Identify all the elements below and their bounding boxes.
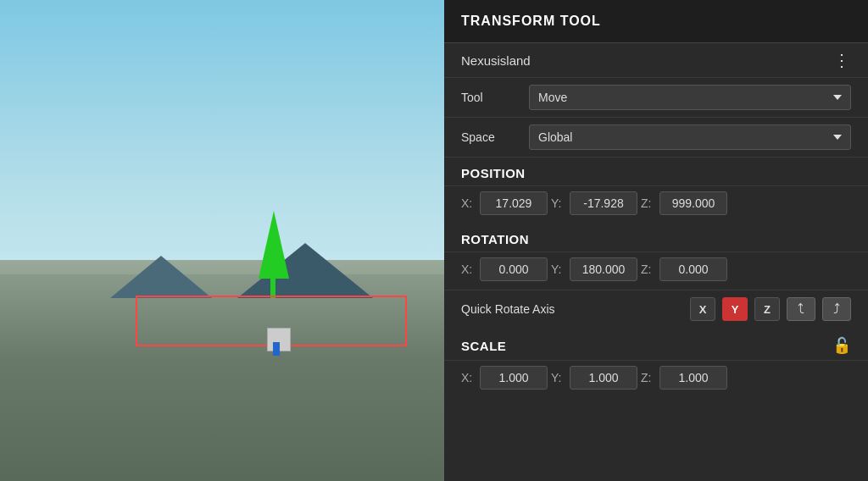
panel-header: TRANSFORM TOOL bbox=[444, 0, 868, 43]
object-row: Nexusisland ⋮ bbox=[444, 43, 868, 78]
axis-z-button[interactable]: Z bbox=[754, 297, 780, 321]
position-x-label: X: bbox=[461, 196, 476, 210]
more-options-button[interactable]: ⋮ bbox=[833, 52, 851, 69]
mountain-left bbox=[110, 256, 212, 298]
scale-header: SCALE bbox=[461, 339, 506, 353]
scale-header-row: SCALE 🔓 bbox=[444, 328, 868, 360]
axis-y-button[interactable]: Y bbox=[722, 297, 748, 321]
arrow-stem bbox=[270, 247, 275, 298]
object-name: Nexusisland bbox=[461, 53, 531, 68]
rotation-x-input[interactable]: 0.000 bbox=[480, 257, 548, 281]
rotation-x-label: X: bbox=[461, 263, 476, 276]
position-header: POSITION bbox=[444, 158, 868, 185]
scale-z-input[interactable]: 1.000 bbox=[659, 366, 727, 390]
quick-rotate-row: Quick Rotate Axis X Y Z ⤴ ⤴ bbox=[444, 290, 868, 328]
rotation-z-label: Z: bbox=[641, 263, 656, 276]
quick-rotate-label: Quick Rotate Axis bbox=[461, 302, 683, 316]
space-value: Global bbox=[538, 130, 572, 144]
position-z-input[interactable]: 999.000 bbox=[659, 191, 727, 215]
chevron-down-icon bbox=[833, 95, 842, 100]
mountain-right bbox=[237, 243, 373, 298]
rotate-ccw-icon: ⤴ bbox=[798, 301, 804, 317]
tool-dropdown[interactable]: Move bbox=[529, 85, 851, 110]
position-z-label: Z: bbox=[641, 196, 656, 210]
scale-z-label: Z: bbox=[641, 371, 656, 384]
panel-title: TRANSFORM TOOL bbox=[461, 14, 601, 28]
scale-y-input[interactable]: 1.000 bbox=[570, 366, 637, 390]
space-label: Space bbox=[461, 130, 529, 144]
sky-background bbox=[0, 0, 444, 289]
space-row: Space Global bbox=[444, 118, 868, 158]
lock-icon[interactable]: 🔓 bbox=[832, 336, 851, 355]
tool-value: Move bbox=[538, 91, 567, 104]
position-coords-row: X: 17.029 Y: -17.928 Z: 999.000 bbox=[444, 186, 868, 224]
space-dropdown[interactable]: Global bbox=[529, 124, 851, 150]
position-y-label: Y: bbox=[551, 196, 566, 210]
rotate-cw-button[interactable]: ⤴ bbox=[822, 297, 851, 321]
chevron-down-icon bbox=[833, 135, 842, 140]
rotation-coords-row: X: 0.000 Y: 180.000 Z: 0.000 bbox=[444, 252, 868, 290]
object-highlight bbox=[273, 342, 280, 356]
rotation-header: ROTATION bbox=[444, 224, 868, 252]
scale-coords-row: X: 1.000 Y: 1.000 Z: 1.000 bbox=[444, 361, 868, 398]
transform-panel: TRANSFORM TOOL Nexusisland ⋮ Tool Move S… bbox=[444, 0, 868, 481]
axis-x-button[interactable]: X bbox=[690, 297, 715, 321]
rotate-ccw-button[interactable]: ⤴ bbox=[787, 297, 815, 321]
position-y-input[interactable]: -17.928 bbox=[570, 191, 637, 215]
tool-label: Tool bbox=[461, 91, 529, 104]
rotate-cw-icon: ⤴ bbox=[833, 301, 840, 317]
position-x-input[interactable]: 17.029 bbox=[480, 191, 548, 215]
rotation-y-input[interactable]: 180.000 bbox=[570, 257, 637, 281]
scale-y-label: Y: bbox=[551, 371, 566, 384]
tool-row: Tool Move bbox=[444, 78, 868, 118]
scale-x-input[interactable]: 1.000 bbox=[480, 366, 548, 390]
rotation-z-input[interactable]: 0.000 bbox=[659, 257, 727, 281]
3d-viewport[interactable] bbox=[0, 0, 444, 481]
rotation-y-label: Y: bbox=[551, 263, 566, 276]
scale-x-label: X: bbox=[461, 371, 476, 384]
